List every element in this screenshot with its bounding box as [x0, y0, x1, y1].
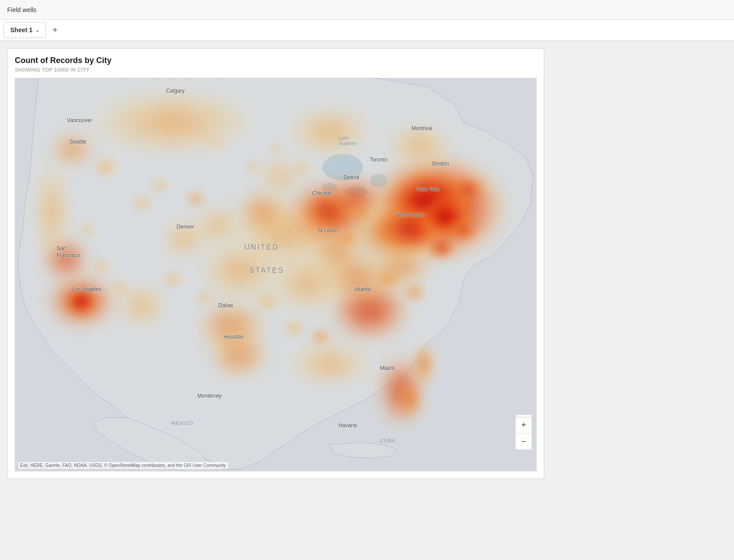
svg-point-56: [426, 235, 457, 260]
top-bar: Field wells: [0, 0, 734, 20]
svg-point-60: [399, 382, 421, 418]
svg-point-50: [269, 144, 283, 155]
zoom-out-button[interactable]: −: [516, 433, 532, 450]
svg-point-32: [383, 123, 455, 167]
chart-subtitle: SHOWING TOP 10000 IN CITY: [15, 67, 537, 72]
svg-point-42: [110, 281, 128, 295]
svg-point-58: [452, 177, 484, 202]
sheet-tabs-bar: Sheet 1 ⌄ +: [0, 20, 734, 41]
field-wells-title: Field wells: [7, 6, 36, 13]
svg-point-48: [245, 161, 261, 174]
chevron-down-icon: ⌄: [35, 27, 39, 33]
svg-point-53: [337, 231, 357, 247]
svg-point-45: [253, 292, 280, 311]
zoom-in-button[interactable]: +: [516, 417, 532, 433]
chart-title: Count of Records by City: [15, 56, 537, 65]
svg-point-57: [450, 219, 477, 241]
map-svg: [15, 78, 537, 471]
svg-point-51: [294, 160, 312, 174]
svg-point-46: [281, 318, 306, 338]
sheet-1-tab[interactable]: Sheet 1 ⌄: [4, 22, 46, 38]
svg-point-37: [130, 194, 153, 212]
map-attribution: Esri, HERE, Garmin, FAO, NOAA, USGS, © O…: [18, 462, 228, 469]
map-wrapper[interactable]: Calgary Vancouver Seattle SanFrancisco L…: [15, 78, 537, 471]
chart-container: Count of Records by City SHOWING TOP 100…: [7, 48, 544, 479]
sheet-1-tab-label: Sheet 1: [10, 26, 33, 34]
svg-point-47: [309, 328, 332, 346]
svg-point-35: [193, 205, 242, 246]
svg-point-28: [34, 158, 70, 266]
svg-point-31: [285, 105, 374, 158]
svg-point-13: [63, 286, 99, 317]
svg-point-43: [162, 270, 184, 288]
svg-point-52: [350, 203, 372, 221]
svg-point-16: [208, 331, 270, 380]
add-sheet-button[interactable]: +: [48, 23, 62, 37]
svg-point-54: [374, 269, 401, 289]
svg-point-38: [150, 177, 168, 193]
svg-point-34: [235, 190, 289, 234]
svg-point-30: [83, 87, 262, 158]
svg-point-55: [402, 283, 427, 302]
svg-point-44: [195, 289, 213, 305]
svg-point-39: [185, 191, 205, 207]
svg-point-36: [92, 156, 119, 178]
svg-point-40: [80, 223, 96, 237]
main-content: Count of Records by City SHOWING TOP 100…: [0, 41, 734, 486]
svg-point-49: [211, 140, 224, 150]
map-zoom-controls: + −: [515, 417, 532, 450]
svg-point-59: [410, 342, 437, 386]
svg-point-29: [285, 342, 374, 386]
svg-point-41: [91, 258, 111, 274]
